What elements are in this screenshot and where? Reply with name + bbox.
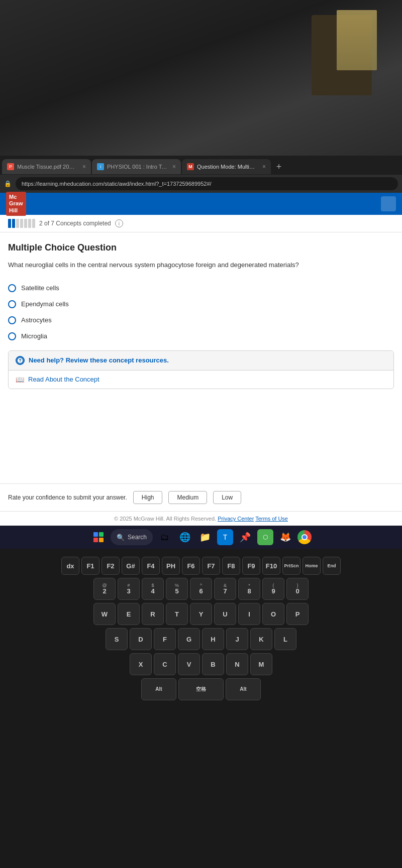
key-l[interactable]: L [274,628,296,650]
need-help-section: Need help? Review these concept resource… [8,350,394,389]
key-s[interactable]: S [106,628,128,650]
key-e[interactable]: E [118,603,140,625]
taskbar: 🔍 Search 🗂 🌐 📁 T 📌 ⬡ 🦊 [0,526,402,549]
key-r[interactable]: R [142,603,164,625]
key-alt-gr[interactable]: Alt [226,678,261,700]
tab-physiol[interactable]: i PHYSIOL 001 : Intro To Human Ph × [92,159,181,174]
taskbar-chrome-icon[interactable] [297,530,312,544]
radio-satellite[interactable] [8,284,16,292]
key-m[interactable]: M [250,653,272,675]
taskbar-folder-icon[interactable]: 📁 [197,529,213,545]
key-d[interactable]: D [130,628,152,650]
need-help-header[interactable]: Need help? Review these concept resource… [9,351,393,370]
tab-pdf[interactable]: P Muscle Tissue.pdf 2025/WI ANA × [2,159,91,174]
key-f9[interactable]: F9 [242,557,260,575]
tab-pdf-close[interactable]: × [82,163,86,170]
key-f1[interactable]: F1 [81,557,99,575]
key-y[interactable]: Y [190,603,212,625]
tab-pdf-icon: P [7,163,14,170]
key-7[interactable]: &7 [214,578,236,600]
key-f6[interactable]: F6 [182,557,200,575]
radio-astrocytes[interactable] [8,316,16,324]
address-bar: 🔒 [0,175,402,193]
help-circle-icon [16,356,25,365]
taskbar-search[interactable]: 🔍 Search [111,529,153,545]
key-f10[interactable]: F10 [262,557,280,575]
main-content: Multiple Choice Question What neuroglial… [0,232,402,483]
key-n[interactable]: N [226,653,248,675]
key-k[interactable]: K [250,628,272,650]
key-g[interactable]: G [178,628,200,650]
info-icon[interactable]: i [115,219,123,227]
key-alt[interactable]: Alt [141,678,176,700]
privacy-center-link[interactable]: Privacy Center [218,516,254,522]
key-u[interactable]: U [214,603,236,625]
read-concept-link[interactable]: Read About the Concept [28,376,99,383]
confidence-medium-button[interactable]: Medium [168,491,207,504]
add-tab-button[interactable]: + [272,160,286,174]
radio-microglia[interactable] [8,332,16,340]
progress-bar-7 [32,219,35,228]
confidence-low-button[interactable]: Low [213,491,241,504]
key-f8[interactable]: F8 [222,557,240,575]
key-ph[interactable]: PH [162,557,180,575]
key-2[interactable]: @2 [93,578,116,600]
taskbar-firefox-icon[interactable]: 🦊 [277,529,293,545]
room-photo [0,0,402,156]
key-w[interactable]: W [93,603,116,625]
key-end[interactable]: End [323,557,341,575]
progress-section: 2 of 7 Concepts completed i [0,215,402,232]
key-v[interactable]: V [178,653,200,675]
key-g[interactable]: G# [122,557,140,575]
progress-bar-2 [12,219,15,228]
taskbar-app2-icon[interactable]: 📌 [237,529,253,545]
radio-ependymal[interactable] [8,300,16,308]
key-i[interactable]: I [238,603,260,625]
key-f[interactable]: F [154,628,176,650]
key-t[interactable]: T [166,603,188,625]
header-menu-button[interactable] [381,196,396,211]
key-f2[interactable]: F2 [102,557,120,575]
key-o[interactable]: O [262,603,284,625]
key-5[interactable]: %5 [166,578,188,600]
taskbar-files-icon[interactable]: 🗂 [157,529,173,545]
tab-physiol-close[interactable]: × [172,163,176,170]
progress-bars [8,219,35,228]
key-space[interactable]: 空格 [178,678,224,700]
option-satellite[interactable]: Satellite cells [8,284,394,292]
key-p[interactable]: P [286,603,309,625]
key-6[interactable]: ^6 [190,578,212,600]
key-c[interactable]: C [154,653,176,675]
key-4[interactable]: $4 [142,578,164,600]
key-j[interactable]: J [226,628,248,650]
key-h[interactable]: H [202,628,224,650]
key-f4[interactable]: F4 [142,557,160,575]
taskbar-app1-icon[interactable]: T [217,529,233,545]
key-home[interactable]: Home [303,557,321,575]
need-help-body: 📖 Read About the Concept [9,370,393,389]
option-microglia[interactable]: Microglia [8,332,394,340]
taskbar-browser-icon[interactable]: 🌐 [177,529,193,545]
key-9[interactable]: (9 [262,578,284,600]
terms-of-use-link[interactable]: Terms of Use [255,516,288,522]
key-x[interactable]: X [130,653,152,675]
option-ependymal[interactable]: Ependymal cells [8,300,394,308]
key-0[interactable]: )0 [286,578,309,600]
key-b[interactable]: B [202,653,224,675]
option-astrocytes[interactable]: Astrocytes [8,316,394,324]
windows-start-button[interactable] [90,529,107,545]
key-f7[interactable]: F7 [202,557,220,575]
option-microglia-text: Microglia [21,332,47,340]
confidence-high-button[interactable]: High [133,491,163,504]
key-dx[interactable]: dx [61,557,79,575]
key-8[interactable]: *8 [238,578,260,600]
key-3[interactable]: #3 [118,578,140,600]
address-input[interactable] [16,177,398,190]
progress-bar-3 [16,219,19,228]
tab-mcgraw-close[interactable]: × [262,163,266,170]
key-prtscn[interactable]: PrtScn [282,557,300,575]
bottom-key-row: Alt 空格 Alt [4,678,398,700]
taskbar-app3-icon[interactable]: ⬡ [257,529,273,545]
tab-mcgraw[interactable]: M Question Mode: Multiple Choice × [182,159,271,174]
tab-physiol-label: PHYSIOL 001 : Intro To Human Ph [107,164,167,170]
